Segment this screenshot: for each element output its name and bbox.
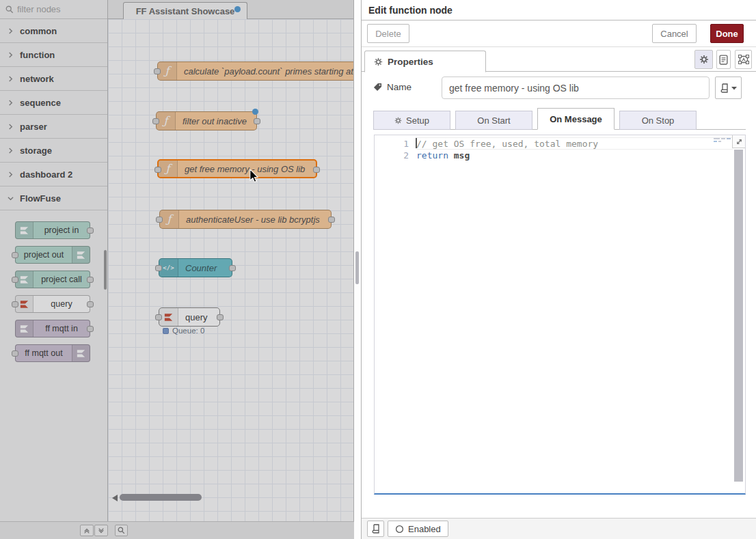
palette-node-label: project in	[33, 222, 90, 238]
palette-category-common[interactable]: common	[0, 19, 107, 43]
name-input[interactable]	[442, 77, 710, 99]
flowfuse-icon	[16, 320, 33, 337]
tab-on-stop[interactable]: On Stop	[619, 111, 697, 130]
flow-tab[interactable]: FF Assistant Showcase	[123, 2, 247, 19]
tab-properties-label: Properties	[388, 57, 433, 67]
vertical-scrollbar[interactable]	[355, 251, 359, 284]
library-book-icon	[372, 524, 380, 534]
editor-scrollbar[interactable]	[734, 150, 743, 482]
palette-scrollbar[interactable]	[104, 250, 107, 290]
text-caret	[416, 138, 417, 148]
palette-category-function[interactable]: function	[0, 43, 107, 67]
node-label: calculate `payload.count` primes startin…	[177, 62, 354, 80]
library-book-icon	[720, 83, 729, 93]
input-port[interactable]	[154, 167, 161, 173]
chevron-up-icon	[83, 527, 90, 534]
modified-indicator-dot	[234, 6, 241, 12]
line-number: 1	[375, 138, 409, 150]
footer-library-button[interactable]	[367, 521, 384, 537]
tag-icon	[373, 83, 382, 92]
palette-category-sequence[interactable]: sequence	[0, 91, 107, 115]
node-status-text: Queue: 0	[172, 327, 204, 335]
status-dot-icon	[163, 328, 169, 334]
output-port[interactable]	[217, 314, 224, 320]
code-editor[interactable]: 1 2 // get OS free, used, total memory r…	[374, 135, 746, 495]
palette-category-flowfuse[interactable]: FlowFuse	[0, 186, 107, 210]
input-port[interactable]	[154, 68, 161, 74]
palette-node-project-in[interactable]: project in	[15, 221, 90, 239]
palette-node-project-call[interactable]: project call	[15, 271, 90, 288]
node-appearance-button[interactable]	[735, 50, 752, 69]
enabled-circle-icon	[395, 525, 404, 534]
palette-node-ff-mqtt-in[interactable]: ff mqtt in	[15, 320, 90, 337]
tab-on-start[interactable]: On Start	[455, 111, 532, 130]
palette-category-parser[interactable]: parser	[0, 115, 107, 139]
input-port[interactable]	[155, 314, 162, 320]
gear-icon	[394, 117, 402, 124]
palette-node-project-out[interactable]: project out	[15, 246, 90, 264]
gear-icon	[699, 55, 709, 64]
flow-node-get-free-memory[interactable]: ƒ get free memory - using OS lib	[157, 159, 317, 178]
flowfuse-icon	[16, 222, 33, 238]
node-settings-button[interactable]	[694, 50, 713, 69]
flowfuse-icon	[72, 247, 90, 263]
chevron-right-icon	[8, 124, 14, 130]
palette-node-ff-mqtt-out[interactable]: ff mqtt out	[15, 344, 90, 362]
node-status: Queue: 0	[163, 327, 204, 335]
horizontal-scrollbar[interactable]	[120, 494, 202, 501]
enabled-toggle-button[interactable]: Enabled	[388, 521, 448, 537]
delete-button[interactable]: Delete	[367, 24, 409, 43]
output-port[interactable]	[313, 167, 320, 173]
gear-icon	[374, 57, 383, 66]
chevron-right-icon	[8, 52, 14, 58]
palette-collapse-button[interactable]	[80, 525, 94, 536]
flow-node-filter-out-inactive[interactable]: ƒ filter out inactive	[156, 111, 257, 130]
palette-node-query[interactable]: query	[15, 295, 90, 313]
done-button[interactable]: Done	[710, 24, 744, 43]
input-port[interactable]	[152, 118, 159, 124]
flow-node-query[interactable]: query	[159, 307, 220, 327]
flow-node-counter[interactable]: </> Counter	[159, 258, 232, 277]
appearance-icon	[738, 55, 749, 64]
output-port[interactable]	[254, 118, 260, 124]
tab-properties[interactable]: Properties	[364, 51, 486, 72]
category-label: function	[20, 50, 55, 60]
input-port	[12, 350, 18, 357]
category-label: common	[20, 26, 57, 36]
workspace-tabbar: FF Assistant Showcase	[108, 0, 353, 19]
tab-on-message[interactable]: On Message	[537, 108, 615, 130]
palette-flowfuse-items: project in project out project call quer…	[0, 210, 107, 362]
palette-node-label: project out	[16, 247, 72, 263]
palette-category-storage[interactable]: storage	[0, 139, 107, 163]
flowfuse-icon	[72, 345, 90, 361]
flow-node-calculate-primes[interactable]: ƒ calculate `payload.count` primes start…	[157, 61, 354, 81]
caret-down-icon	[731, 86, 737, 90]
node-label: authenticateUser - use lib bcryptjs	[179, 210, 327, 228]
input-port[interactable]	[156, 217, 163, 223]
template-icon: </>	[159, 259, 178, 277]
node-description-button[interactable]	[716, 50, 731, 69]
library-button[interactable]	[715, 77, 742, 99]
flow-node-authenticate-user[interactable]: ƒ authenticateUser - use lib bcryptjs	[159, 210, 332, 229]
node-label: filter out inactive	[176, 112, 254, 130]
tab-setup[interactable]: Setup	[373, 111, 450, 130]
palette-search-input[interactable]	[17, 4, 96, 14]
output-port[interactable]	[229, 265, 236, 271]
workspace-footer	[0, 521, 354, 539]
palette-category-network[interactable]: network	[0, 67, 107, 91]
workspace-canvas[interactable]: FF Assistant Showcase ƒ calculate `paylo…	[108, 0, 354, 539]
editor-expand-button[interactable]	[732, 135, 745, 148]
chevron-right-icon	[8, 100, 14, 106]
chevron-right-icon	[8, 28, 14, 34]
output-port[interactable]	[328, 217, 335, 223]
cancel-button[interactable]: Cancel	[652, 24, 697, 43]
palette-search[interactable]	[0, 0, 107, 19]
palette-category-dashboard2[interactable]: dashboard 2	[0, 163, 107, 186]
palette-expand-button[interactable]	[94, 525, 108, 536]
chevron-down-icon	[8, 195, 14, 202]
palette-node-label: ff mqtt in	[33, 320, 90, 337]
zoom-search-button[interactable]	[115, 525, 128, 536]
input-port[interactable]	[155, 265, 162, 271]
hscroll-left-arrow-icon[interactable]	[112, 495, 118, 501]
input-port	[12, 301, 18, 307]
